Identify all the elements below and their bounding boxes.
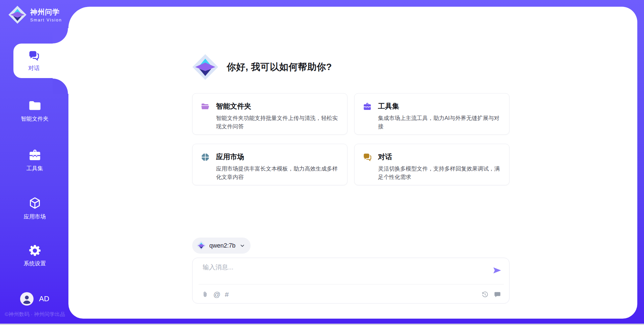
model-selector[interactable]: qwen2:7b [192,238,251,254]
card-title: 对话 [378,152,501,161]
card-description: 集成市场上主流工具，助力AI与外界无缝扩展与对接 [378,114,501,131]
chevron-down-icon [239,243,245,249]
composer-toolbar-right [481,291,501,298]
card-smart-folder[interactable]: 智能文件夹 智能文件夹功能支持批量文件上传与清洗，轻松实现文件问答 [192,93,347,135]
user-profile[interactable]: AD [0,292,69,306]
card-description: 智能文件夹功能支持批量文件上传与清洗，轻松实现文件问答 [216,114,339,131]
folder-open-icon [201,102,210,111]
chat-square-icon[interactable] [494,291,501,298]
sidebar-item-label: 应用市场 [24,213,46,220]
message-input[interactable] [203,263,488,282]
composer-divider [199,284,504,284]
tab-fillet-top [53,28,68,44]
feature-cards: 智能文件夹 智能文件夹功能支持批量文件上传与清洗，轻松实现文件问答 工具集 集成… [192,93,509,185]
sidebar-item-label: 工具集 [26,165,43,172]
tab-fillet-bottom [53,78,68,94]
greeting-text: 你好, 我可以如何帮助你? [227,61,332,73]
copyright-text: ©神州数码 · 神州问学出品 [5,311,65,318]
model-gem-icon [197,241,206,250]
card-title: 智能文件夹 [216,102,339,111]
card-chat[interactable]: 对话 灵活切换多模型文件，支持多样回复效果调试，满足个性化需求 [354,144,509,185]
briefcase-icon [363,102,372,111]
user-name: AD [39,295,49,303]
paperclip-icon[interactable] [202,291,209,298]
send-icon[interactable] [492,266,502,275]
sidebar-item-chat[interactable]: 对话 [13,44,70,78]
greeting: 你好, 我可以如何帮助你? [192,54,332,80]
card-title: 应用市场 [216,152,339,161]
card-description: 应用市场提供丰富长文本模板，助力高效生成多样化文章内容 [216,165,339,181]
folder-icon [28,99,42,113]
history-icon[interactable] [481,291,489,298]
card-description: 灵活切换多模型文件，支持多样回复效果调试，满足个性化需求 [378,165,501,181]
composer-toolbar-left: @ # [202,291,229,298]
sidebar-item-label: 智能文件夹 [21,115,49,123]
sidebar-item-toolkit[interactable]: 工具集 [0,148,69,172]
chat-icon [363,152,372,162]
sidebar-item-label: 系统设置 [24,260,46,267]
bottom-edge-strip [0,324,644,325]
brand-logo: 神州问学 Smart Vision [8,5,62,24]
apps-grid-icon [201,152,210,162]
message-composer: @ # [192,258,509,304]
card-toolkit[interactable]: 工具集 集成市场上主流工具，助力AI与外界无缝扩展与对接 [354,93,509,135]
brand-gem-icon [8,5,27,24]
sidebar: 神州问学 Smart Vision 对话 智能文件夹 工具集 应用市场 系统设置… [0,0,69,325]
mention-icon[interactable]: @ [213,291,220,298]
brand-subtitle: Smart Vision [30,18,62,22]
model-name: qwen2:7b [209,242,235,249]
avatar [20,292,34,306]
sidebar-item-smart-folder[interactable]: 智能文件夹 [0,99,69,123]
card-title: 工具集 [378,102,501,111]
hashtag-icon[interactable]: # [225,291,229,298]
sidebar-item-app-market[interactable]: 应用市场 [0,196,69,220]
chat-icon [28,50,40,62]
sidebar-item-label: 对话 [28,64,40,72]
brand-name: 神州问学 [30,7,62,17]
sidebar-item-settings[interactable]: 系统设置 [0,244,69,267]
gear-icon [28,244,42,257]
card-app-market[interactable]: 应用市场 应用市场提供丰富长文本模板，助力高效生成多样化文章内容 [192,144,347,185]
briefcase-icon [28,148,42,162]
greeting-gem-icon [192,54,219,80]
cube-icon [28,196,42,210]
